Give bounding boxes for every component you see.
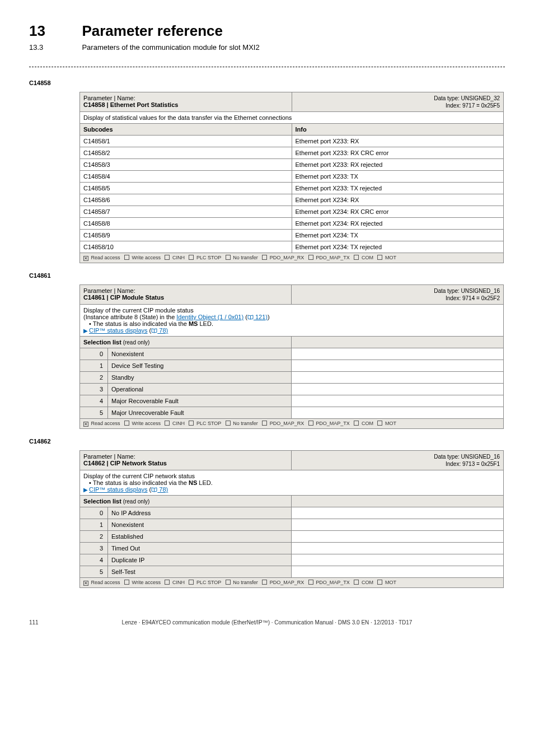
desc-text: The status is also indicated via the xyxy=(93,479,189,486)
cip-status-link[interactable]: CIP™ status displays xyxy=(89,486,148,493)
checkbox-icon xyxy=(83,581,88,586)
checkbox-icon xyxy=(377,255,382,260)
param-header-prefix: Parameter | Name: xyxy=(83,287,135,294)
selection-label: Operational xyxy=(108,384,292,395)
checkbox-icon xyxy=(262,255,267,260)
arrow-icon: ▶ xyxy=(83,328,88,334)
empty-cell xyxy=(292,337,504,348)
desc-text: • The status is also indicated via the M… xyxy=(83,320,213,327)
access-pdo-tx: PDO_MAP_TX xyxy=(316,580,350,585)
param-description: Display of the current CIP network statu… xyxy=(80,470,504,496)
access-cinh: CINH xyxy=(172,255,185,260)
page-ref-link[interactable]: 78) xyxy=(157,327,168,334)
selection-label: No IP Address xyxy=(108,507,292,519)
desc-text: LED. xyxy=(198,320,213,327)
selection-number: 0 xyxy=(80,507,108,519)
param-table-c14858: Parameter | Name: C14858 | Ethernet Port… xyxy=(79,92,504,263)
empty-cell xyxy=(292,395,504,407)
access-com: COM xyxy=(362,580,373,585)
access-footer: Read access Write access CINH PLC STOP N… xyxy=(80,578,504,588)
param-code-heading: C14861 xyxy=(29,272,505,279)
book-icon xyxy=(151,487,157,492)
checkbox-icon xyxy=(262,421,267,426)
subcode-cell: C14858/5 xyxy=(80,183,292,194)
param-header-prefix: Parameter | Name: xyxy=(83,453,135,460)
table-row: 5 Self-Test xyxy=(80,566,504,578)
section-title: Parameters of the communication module f… xyxy=(82,43,259,52)
table-row: 0 Nonexistent xyxy=(80,348,504,360)
table-row: 0 No IP Address xyxy=(80,507,504,519)
access-mot: MOT xyxy=(385,255,396,260)
checkbox-icon xyxy=(124,255,129,260)
param-description: Display of the current CIP module status… xyxy=(80,305,504,337)
info-cell: Ethernet port X234: RX CRC error xyxy=(292,206,504,218)
access-write: Write access xyxy=(132,421,161,426)
empty-cell xyxy=(292,407,504,419)
table-row: C14858/9 Ethernet port X234: TX xyxy=(80,230,504,241)
table-row: C14858/7 Ethernet port X234: RX CRC erro… xyxy=(80,206,504,218)
access-read: Read access xyxy=(91,580,120,585)
page-ref-link[interactable]: 121) xyxy=(254,314,268,320)
selection-number: 4 xyxy=(80,395,108,407)
info-cell: Ethernet port X234: TX xyxy=(292,230,504,241)
desc-text: Display of the current CIP network statu… xyxy=(83,473,195,479)
checkbox-icon xyxy=(226,421,231,426)
info-cell: Ethernet port X233: RX xyxy=(292,136,504,147)
param-header-prefix: Parameter | Name: xyxy=(83,95,135,101)
access-plcstop: PLC STOP xyxy=(196,421,221,426)
desc-text: Display of the current CIP module status xyxy=(83,307,194,314)
selection-number: 3 xyxy=(80,384,108,395)
access-pdo-tx: PDO_MAP_TX xyxy=(316,421,350,426)
empty-cell xyxy=(292,543,504,554)
selection-label: Standby xyxy=(108,372,292,384)
table-row: 1 Device Self Testing xyxy=(80,360,504,372)
table-row: 5 Major Unrecoverable Fault xyxy=(80,407,504,419)
param-table-c14862: Parameter | Name: C14862 | CIP Network S… xyxy=(79,450,504,588)
access-footer: Read access Write access CINH PLC STOP N… xyxy=(80,253,504,263)
param-description: Display of statistical values for the da… xyxy=(80,112,504,124)
access-footer: Read access Write access CINH PLC STOP N… xyxy=(80,419,504,429)
page-number: 111 xyxy=(29,619,39,626)
selection-number: 1 xyxy=(80,360,108,372)
desc-text: (Instance attribute 8 (State) in the xyxy=(83,314,176,320)
empty-cell xyxy=(292,348,504,360)
access-cinh: CINH xyxy=(172,421,185,426)
access-com: COM xyxy=(362,255,373,260)
access-notransfer: No transfer xyxy=(233,421,258,426)
cip-status-link[interactable]: CIP™ status displays xyxy=(89,327,148,334)
section-header: 13.3 Parameters of the communication mod… xyxy=(29,40,505,52)
selection-label: Major Unrecoverable Fault xyxy=(108,407,292,419)
page-footer: 111 Lenze · E94AYCEO communication modul… xyxy=(29,619,505,626)
param-data-type: Data type: UNSIGNED_32 xyxy=(434,95,500,101)
checkbox-icon xyxy=(262,580,267,585)
selection-list-header: Selection list (read only) xyxy=(80,337,292,348)
access-com: COM xyxy=(362,421,373,426)
checkbox-icon xyxy=(165,255,170,260)
checkbox-icon xyxy=(308,255,313,260)
checkbox-icon xyxy=(226,255,231,260)
table-row: 3 Timed Out xyxy=(80,543,504,554)
param-data-type: Data type: UNSIGNED_16 xyxy=(434,288,500,294)
selection-label: Established xyxy=(108,531,292,543)
page-ref-link[interactable]: 78) xyxy=(157,486,168,493)
subcode-cell: C14858/8 xyxy=(80,218,292,230)
sel-hdr-text: Selection list xyxy=(83,498,121,505)
table-row: C14858/8 Ethernet port X234: RX rejected xyxy=(80,218,504,230)
checkbox-icon xyxy=(165,580,170,585)
subcode-cell: C14858/1 xyxy=(80,136,292,147)
subcode-cell: C14858/9 xyxy=(80,230,292,241)
subcode-cell: C14858/7 xyxy=(80,206,292,218)
info-cell: Ethernet port X233: TX xyxy=(292,171,504,183)
table-row: 2 Standby xyxy=(80,372,504,384)
identity-object-link[interactable]: Identity Object (1 / 0x01) xyxy=(176,314,243,320)
selection-label: Duplicate IP xyxy=(108,554,292,566)
param-header-name: C14861 | CIP Module Status xyxy=(83,294,164,301)
selection-list-header: Selection list (read only) xyxy=(80,496,292,507)
table-row: 4 Major Recoverable Fault xyxy=(80,395,504,407)
info-cell: Ethernet port X234: TX rejected xyxy=(292,241,504,253)
book-icon xyxy=(151,328,157,333)
checkbox-icon xyxy=(189,580,194,585)
sel-hdr-sub: (read only) xyxy=(121,339,150,346)
table-row: 1 Nonexistent xyxy=(80,519,504,531)
checkbox-icon xyxy=(189,255,194,260)
